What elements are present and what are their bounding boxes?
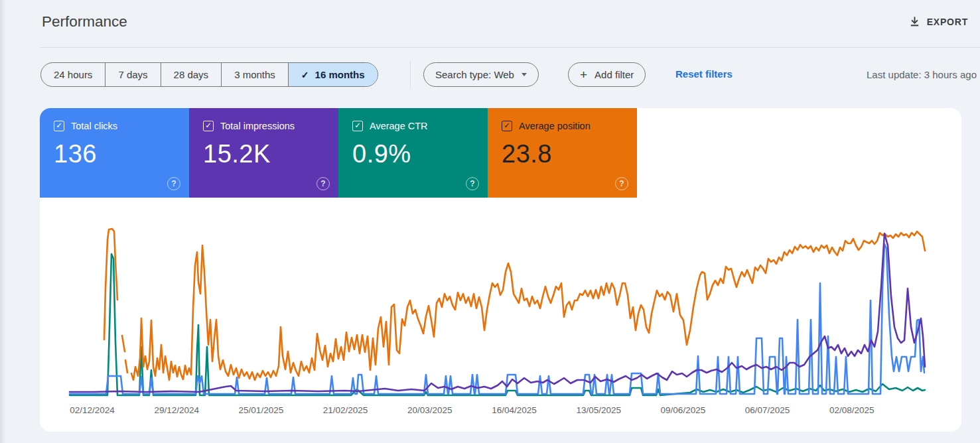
- reset-filters-link[interactable]: Reset filters: [675, 68, 733, 80]
- date-range-3-months[interactable]: 3 months: [221, 63, 288, 86]
- metric-label: Total clicks: [71, 121, 117, 131]
- x-tick-label: 16/04/2025: [481, 405, 547, 415]
- metric-header: ✓Average position: [502, 121, 637, 131]
- line-average-position: [131, 231, 925, 380]
- add-filter-button[interactable]: + Add filter: [568, 62, 646, 87]
- metric-card-total-impressions[interactable]: ✓Total impressions15.2K?: [189, 108, 338, 198]
- date-range-label: 24 hours: [54, 69, 92, 80]
- filter-separator: [410, 60, 411, 89]
- date-range-label: 16 months: [315, 69, 365, 80]
- x-tick-label: 21/02/2025: [313, 405, 379, 415]
- export-button[interactable]: EXPORT: [906, 11, 971, 32]
- metric-card-total-clicks[interactable]: ✓Total clicks136?: [40, 108, 189, 198]
- checkbox-average-position[interactable]: ✓: [502, 121, 512, 131]
- search-type-label: Search type: Web: [435, 69, 514, 80]
- date-range-28-days[interactable]: 28 days: [161, 63, 222, 86]
- checkbox-average-ctr[interactable]: ✓: [352, 121, 363, 131]
- left-edge-shadow: [0, 0, 6, 443]
- help-icon[interactable]: ?: [316, 177, 330, 190]
- chevron-down-icon: [522, 73, 527, 76]
- export-label: EXPORT: [927, 17, 968, 27]
- help-icon[interactable]: ?: [167, 177, 180, 190]
- x-tick-label: 13/05/2025: [565, 405, 632, 415]
- download-icon: [908, 15, 921, 28]
- performance-card: ✓Total clicks136?✓Total impressions15.2K…: [40, 108, 961, 432]
- chart-canvas: [66, 209, 926, 398]
- metric-header: ✓Total impressions: [203, 121, 338, 131]
- metric-card-average-ctr[interactable]: ✓Average CTR0.9%?: [338, 108, 488, 198]
- x-tick-label: 20/03/2025: [397, 405, 463, 415]
- date-range-label: 3 months: [234, 69, 275, 80]
- metric-label: Average position: [519, 121, 591, 131]
- metric-label: Total impressions: [220, 121, 295, 131]
- performance-chart: 02/12/202429/12/202425/01/202521/02/2025…: [66, 209, 926, 428]
- page-title: Performance: [42, 13, 127, 31]
- x-tick-label: 09/06/2025: [650, 405, 716, 415]
- metric-value: 15.2K: [203, 140, 338, 168]
- x-tick-label: 02/08/2025: [819, 405, 885, 415]
- metric-label: Average CTR: [370, 121, 428, 131]
- header-divider: [40, 47, 980, 48]
- metric-cards: ✓Total clicks136?✓Total impressions15.2K…: [40, 108, 637, 198]
- metric-header: ✓Average CTR: [352, 121, 488, 131]
- metric-value: 136: [54, 140, 189, 168]
- date-range-16-months[interactable]: ✓16 months: [288, 63, 378, 86]
- x-tick-label: 02/12/2024: [59, 405, 125, 415]
- x-tick-label: 25/01/2025: [228, 405, 294, 415]
- plus-icon: +: [580, 68, 587, 81]
- checkbox-total-impressions[interactable]: ✓: [203, 121, 214, 131]
- search-type-dropdown[interactable]: Search type: Web: [423, 62, 539, 87]
- metric-card-average-position[interactable]: ✓Average position23.8?: [488, 108, 637, 198]
- metric-value: 23.8: [502, 140, 637, 168]
- add-filter-label: Add filter: [595, 69, 634, 80]
- help-icon[interactable]: ?: [466, 177, 479, 190]
- last-update-text: Last update: 3 hours ago: [867, 69, 977, 80]
- date-range-7-days[interactable]: 7 days: [105, 63, 160, 86]
- date-range-24-hours[interactable]: 24 hours: [41, 63, 105, 86]
- help-icon[interactable]: ?: [615, 177, 628, 190]
- metric-value: 0.9%: [352, 140, 488, 168]
- chart-x-axis: 02/12/202429/12/202425/01/202521/02/2025…: [66, 405, 926, 418]
- checkmark-icon: ✓: [301, 70, 309, 80]
- date-range-selector: 24 hours7 days28 days3 months✓16 months: [40, 62, 378, 87]
- line-average-position: [122, 336, 125, 351]
- line-average-position: [125, 360, 127, 373]
- checkbox-total-clicks[interactable]: ✓: [54, 121, 64, 131]
- date-range-label: 7 days: [118, 69, 147, 80]
- x-tick-label: 29/12/2024: [143, 405, 210, 415]
- date-range-label: 28 days: [174, 69, 209, 80]
- metric-header: ✓Total clicks: [54, 121, 189, 131]
- x-tick-label: 06/07/2025: [735, 405, 801, 415]
